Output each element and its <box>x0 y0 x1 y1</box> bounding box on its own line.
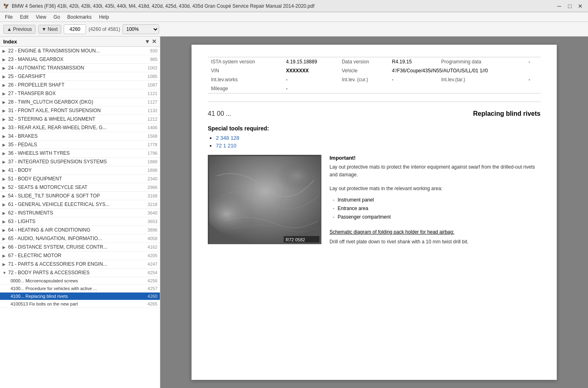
sidebar: Index ▼ ✕ ▶22 - ENGINE & TRANSMISSION MO… <box>0 37 160 388</box>
title-area: 🦅 BMW 4 Series (F36) 418i, 420i, 428i, 4… <box>3 3 314 9</box>
sidebar-item-51[interactable]: ▶51 - BODY EQUIPMENT2340 <box>0 175 160 183</box>
sidebar-item-26[interactable]: ▶26 - PROPELLER SHAFT1087 <box>0 81 160 89</box>
sidebar-page-32: 1212 <box>141 117 157 121</box>
sidebar-page-35: 1778 <box>141 142 157 147</box>
sidebar-label-65: 65 - AUDIO, NAVIGATION, INFORMATIO... <box>8 236 141 241</box>
sidebar-item-64[interactable]: ▶64 - HEATING & AIR CONDITIONING3896 <box>0 226 160 234</box>
important-title: Important! <box>330 155 541 161</box>
sidebar-header: Index ▼ ✕ <box>0 37 160 47</box>
sidebar-item-32[interactable]: ▶32 - STEERING & WHEEL ALIGNMENT1212 <box>0 115 160 124</box>
sidebar-page-34: 1568 <box>141 134 157 139</box>
sidebar-item-37[interactable]: ▶37 - INTEGRATED SUSPENSION SYSTEMS1888 <box>0 158 160 166</box>
sidebar-subitem-72-4100513[interactable]: 4100513 Fix bolts on the new part4265 <box>0 300 160 308</box>
sidebar-label-32: 32 - STEERING & WHEEL ALIGNMENT <box>8 116 141 122</box>
sidebar-label-51: 51 - BODY EQUIPMENT <box>8 176 141 182</box>
menu-item-bookmarks[interactable]: Bookmarks <box>64 13 95 21</box>
sidebar-item-61[interactable]: ▶61 - GENERAL VEHICLE ELECTRICAL SYS...3… <box>0 200 160 209</box>
menu-item-go[interactable]: Go <box>50 13 63 21</box>
sidebar-arrow-54: ▶ <box>2 194 8 198</box>
previous-button[interactable]: ▲ Previous <box>3 25 36 34</box>
sidebar-subitem-72-4100-blind[interactable]: 4100... Replacing blind rivets4260 <box>0 293 160 300</box>
intlev-tar-label: Int.lev.(tar.) <box>438 75 525 84</box>
sidebar-label-72: 72 - BODY PARTS & ACCESSORIES <box>8 270 141 275</box>
close-button[interactable]: ✕ <box>576 2 585 11</box>
sidebar-item-41[interactable]: ▶41 - BODY1898 <box>0 166 160 175</box>
page-number-input[interactable] <box>64 24 86 34</box>
sidebar-item-23[interactable]: ▶23 - MANUAL GEARBOX985 <box>0 55 160 64</box>
sidebar-label-52: 52 - SEATS & MOTORCYCLE SEAT <box>8 184 141 190</box>
menu-item-edit[interactable]: Edit <box>17 13 32 21</box>
bullet-entrance-area: Entrance area <box>333 205 541 212</box>
next-button[interactable]: ▼ Next <box>38 25 62 34</box>
sidebar-item-31[interactable]: ▶31 - FRONT AXLE, FRONT SUSPENSION1132 <box>0 106 160 115</box>
sidebar-arrow-61: ▶ <box>2 202 8 207</box>
zoom-select[interactable]: 50%75%100%125%150%200% <box>123 24 159 34</box>
sidebar-item-36[interactable]: ▶36 - WHEELS WITH TYRES1796 <box>0 149 160 158</box>
sidebar-page-61: 3218 <box>141 202 157 207</box>
sidebar-item-67[interactable]: ▶67 - ELECTRIC MOTOR4205 <box>0 251 160 260</box>
tool-link-2[interactable]: 72 1 210 <box>216 143 237 149</box>
sidebar-item-33[interactable]: ▶33 - REAR AXLE, REAR-WHEEL DRIVE, G...1… <box>0 124 160 132</box>
sidebar-page-27: 1121 <box>141 91 157 96</box>
sidebar-item-25[interactable]: ▶25 - GEARSHIFT1085 <box>0 72 160 81</box>
sidebar-arrow-35: ▶ <box>2 143 8 147</box>
sidebar-label-36: 36 - WHEELS WITH TYRES <box>8 150 141 156</box>
ista-label: ISTA system version <box>208 57 283 67</box>
important-section: Important! Lay out protective mats to pr… <box>330 155 541 246</box>
sidebar-item-71[interactable]: ▶71 - PARTS & ACCESSORIES FOR ENGIN...42… <box>0 260 160 269</box>
maximize-button[interactable]: □ <box>565 2 574 11</box>
sidebar-item-24[interactable]: ▶24 - AUTOMATIC TRANSMISSION1002 <box>0 64 160 72</box>
sidebar-page-25: 1085 <box>141 74 157 79</box>
sidebar-subitem-72-4100[interactable]: 4100... Procedure for vehicles with acti… <box>0 285 160 293</box>
minimize-button[interactable]: ─ <box>555 2 564 11</box>
toolbar: ▲ Previous ▼ Next (4260 of 4581) 50%75%1… <box>0 22 588 37</box>
programming-label: Programming data <box>438 57 525 67</box>
sidebar-arrow-24: ▶ <box>2 66 8 70</box>
sidebar-arrow-64: ▶ <box>2 228 8 232</box>
sidebar-subitem-72-0000[interactable]: 0000... Microencapsulated screws4256 <box>0 277 160 285</box>
section-header: 41 00 ... Replacing blind rivets <box>208 110 541 119</box>
sidebar-arrow-52: ▶ <box>2 185 8 190</box>
sidebar-list[interactable]: ▶22 - ENGINE & TRANSMISSION MOUN...930▶2… <box>0 47 160 388</box>
sidebar-arrow-37: ▶ <box>2 160 8 164</box>
menu-item-help[interactable]: Help <box>96 13 112 21</box>
sidebar-item-54[interactable]: ▶54 - SLIDE_TILT SUNROOF & SOFT TOP3168 <box>0 192 160 200</box>
menu-item-file[interactable]: File <box>2 13 16 21</box>
sidebar-item-65[interactable]: ▶65 - AUDIO, NAVIGATION, INFORMATIO...40… <box>0 234 160 243</box>
section-number: 41 00 ... <box>208 110 231 117</box>
tool-link-1[interactable]: 2 348 128 <box>216 135 239 141</box>
menu-item-view[interactable]: View <box>32 13 50 21</box>
window-title: BMW 4 Series (F36) 418i, 420i, 428i, 430… <box>12 3 314 9</box>
bullet-instrument-panel: Instrument panel <box>333 196 541 204</box>
special-tool-2: 72 1 210 <box>216 143 541 149</box>
procedure-image: R72 0582 <box>208 155 321 244</box>
sidebar-item-28[interactable]: ▶28 - TWIN_CLUTCH GEARBOX (DKG)1127 <box>0 98 160 106</box>
sidebar-item-27[interactable]: ▶27 - TRANSFER BOX1121 <box>0 89 160 98</box>
sidebar-page-54: 3168 <box>141 193 157 198</box>
doc-info-table: ISTA system version 4.19.15.18889 Data v… <box>208 57 541 93</box>
page-total: (4260 of 4581) <box>88 26 120 32</box>
sidebar-dropdown-icon[interactable]: ▼ <box>144 38 150 45</box>
content-body: R72 0582 Important! Lay out protective m… <box>208 155 541 246</box>
sidebar-label-41: 41 - BODY <box>8 167 141 173</box>
sidebar-item-63[interactable]: ▶63 - LIGHTS3653 <box>0 217 160 226</box>
sidebar-page-72-0000: 4256 <box>141 278 157 283</box>
schematic-link[interactable]: Schematic diagram of folding pack holder… <box>330 229 541 235</box>
sidebar-icons[interactable]: ▼ ✕ <box>144 38 157 45</box>
sidebar-label-64: 64 - HEATING & AIR CONDITIONING <box>8 227 141 233</box>
sidebar-label-22: 22 - ENGINE & TRANSMISSION MOUN... <box>8 48 141 54</box>
sidebar-arrow-72: ▼ <box>2 271 8 275</box>
sidebar-item-66[interactable]: ▶66 - DISTANCE SYSTEM, CRUISE CONTR...41… <box>0 243 160 251</box>
sidebar-item-35[interactable]: ▶35 - PEDALS1778 <box>0 141 160 149</box>
pdf-content-area[interactable]: ISTA system version 4.19.15.18889 Data v… <box>160 37 588 388</box>
sidebar-item-22[interactable]: ▶22 - ENGINE & TRANSMISSION MOUN...930 <box>0 47 160 55</box>
sidebar-item-72[interactable]: ▼72 - BODY PARTS & ACCESSORIES4254 <box>0 269 160 277</box>
special-tool-1: 2 348 128 <box>216 135 541 141</box>
sidebar-item-52[interactable]: ▶52 - SEATS & MOTORCYCLE SEAT2966 <box>0 183 160 192</box>
sidebar-item-62[interactable]: ▶62 - INSTRUMENTS3640 <box>0 209 160 217</box>
svg-text:R72 0582: R72 0582 <box>286 237 305 242</box>
sidebar-item-34[interactable]: ▶34 - BRAKES1568 <box>0 132 160 141</box>
sidebar-close-icon[interactable]: ✕ <box>152 38 157 45</box>
window-controls[interactable]: ─ □ ✕ <box>555 2 585 11</box>
sidebar-page-51: 2340 <box>141 176 157 181</box>
